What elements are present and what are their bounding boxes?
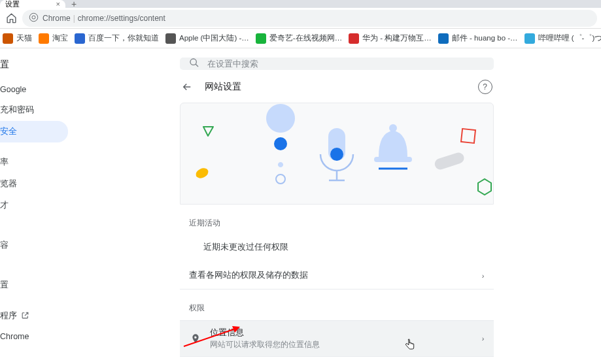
panel-title: 网站设置 — [205, 81, 241, 93]
settings-search[interactable]: 在设置中搜索 — [180, 58, 494, 70]
favicon-icon — [438, 33, 449, 44]
svg-point-3 — [194, 166, 209, 180]
svg-point-4 — [274, 137, 287, 150]
view-all-permissions[interactable]: 查看各网站的权限及储存的数据 › — [180, 262, 494, 290]
sidebar-item-label: 程序 — [0, 310, 17, 322]
bookmark-item[interactable]: 爱奇艺-在线视频网… — [256, 33, 342, 44]
recent-title: 近期活动 — [180, 205, 494, 235]
bookmark-label: 淘宝 — [52, 33, 68, 43]
address-bar: Chrome | chrome://settings/content — [0, 8, 601, 29]
sidebar-item-autofill[interactable]: 充和密码 — [0, 99, 68, 121]
sidebar-item-about[interactable]: Chrome — [0, 327, 68, 346]
permission-text: 位置信息 网站可以请求取得您的位置信息 — [210, 327, 320, 350]
favicon-icon — [39, 33, 49, 44]
content-area: 在设置中搜索 网站设置 ? — [68, 48, 601, 364]
bookmark-label: 爱奇艺-在线视频网… — [269, 33, 342, 43]
bookmark-item[interactable]: 天猫 — [3, 33, 32, 44]
sidebar-item-google[interactable]: Google — [0, 80, 68, 99]
plus-icon: + — [71, 0, 77, 9]
bookmark-label: 百度一下，你就知道 — [88, 33, 159, 43]
recent-empty: 近期未更改过任何权限 — [180, 235, 494, 262]
bookmark-item[interactable]: 哔哩哔哩 (゜-゜)つ… — [524, 33, 601, 44]
bookmark-label: 天猫 — [16, 33, 32, 43]
chrome-icon — [29, 12, 39, 24]
settings-panel: 网站设置 ? — [180, 79, 494, 364]
url-prefix: Chrome — [43, 14, 71, 23]
view-all-label: 查看各网站的权限及储存的数据 — [189, 270, 308, 281]
bookmark-item[interactable]: Apple (中国大陆) -… — [165, 33, 249, 44]
bookmark-label: 哔哩哔哩 (゜-゜)つ… — [538, 33, 601, 43]
question-icon: ? — [483, 82, 487, 91]
new-tab-button[interactable]: + — [65, 0, 82, 8]
bookmark-label: Apple (中国大陆) -… — [179, 33, 249, 43]
search-placeholder: 在设置中搜索 — [207, 58, 258, 70]
hero-illustration — [180, 103, 494, 205]
favicon-icon — [165, 33, 176, 44]
sidebar-item-browser[interactable]: 览器 — [0, 173, 68, 195]
chevron-right-icon: › — [482, 335, 485, 342]
help-button[interactable]: ? — [478, 80, 492, 94]
bookmark-item[interactable]: 邮件 - huang bo -… — [438, 33, 518, 44]
back-button[interactable] — [181, 79, 197, 95]
sidebar-item-search[interactable]: 才 — [0, 195, 68, 216]
favicon-icon — [524, 33, 535, 44]
svg-point-5 — [276, 174, 285, 184]
tab-title: 设置 — [5, 0, 20, 9]
bookmarks-bar: 天猫淘宝百度一下，你就知道Apple (中国大陆) -…爱奇艺-在线视频网…华为… — [0, 29, 601, 48]
svg-point-7 — [330, 148, 343, 161]
sidebar-item-content[interactable]: 容 — [0, 235, 68, 256]
tab-bar: 设置 × + — [0, 0, 601, 8]
favicon-icon — [256, 33, 266, 44]
home-button[interactable] — [4, 11, 18, 25]
svg-marker-15 — [478, 179, 491, 195]
permission-location[interactable]: 位置信息 网站可以请求取得您的位置信息 › — [180, 320, 494, 356]
location-icon — [189, 333, 202, 344]
external-link-icon — [21, 311, 29, 322]
url-separator: | — [73, 14, 75, 23]
location-name: 位置信息 — [210, 327, 320, 339]
favicon-icon — [75, 33, 85, 44]
bookmark-item[interactable]: 华为 - 构建万物互… — [349, 33, 432, 44]
close-icon[interactable]: × — [56, 0, 60, 8]
search-icon — [189, 58, 199, 70]
panel-header: 网站设置 ? — [180, 79, 494, 103]
favicon-icon — [3, 33, 13, 44]
svg-point-2 — [190, 59, 196, 65]
sidebar-item-extensions[interactable]: 程序 — [0, 305, 68, 327]
sidebar-item-privacy[interactable]: 安全 — [0, 121, 68, 142]
svg-rect-11 — [374, 157, 412, 162]
sidebar-title: 置 — [0, 56, 68, 80]
favicon-icon — [349, 33, 359, 44]
sidebar-item-reset[interactable]: 置 — [0, 274, 68, 296]
bookmark-label: 华为 - 构建万物互… — [362, 33, 432, 43]
sidebar-item-performance[interactable]: 率 — [0, 152, 68, 173]
url-text: chrome://settings/content — [78, 14, 165, 23]
settings-sidebar: 置 Google 充和密码 安全 率 览器 才 容 置 程序 Chrome — [0, 48, 68, 364]
location-desc: 网站可以请求取得您的位置信息 — [210, 340, 320, 350]
browser-tab[interactable]: 设置 × — [0, 0, 65, 8]
bookmark-item[interactable]: 百度一下，你就知道 — [75, 33, 159, 44]
permission-camera[interactable]: 摄像头 网站可以请求使用您的摄像头 › — [180, 356, 494, 364]
svg-rect-14 — [461, 129, 475, 143]
chevron-right-icon: › — [482, 272, 485, 280]
svg-point-10 — [389, 124, 397, 132]
svg-point-0 — [29, 13, 38, 22]
bookmark-label: 邮件 - huang bo -… — [452, 33, 518, 43]
main-area: 置 Google 充和密码 安全 率 览器 才 容 置 程序 Chrome 在设… — [0, 48, 601, 364]
permissions-title: 权限 — [180, 290, 494, 320]
svg-rect-13 — [433, 151, 465, 171]
svg-point-1 — [32, 16, 35, 19]
url-box[interactable]: Chrome | chrome://settings/content — [22, 10, 597, 27]
bookmark-item[interactable]: 淘宝 — [39, 33, 68, 44]
